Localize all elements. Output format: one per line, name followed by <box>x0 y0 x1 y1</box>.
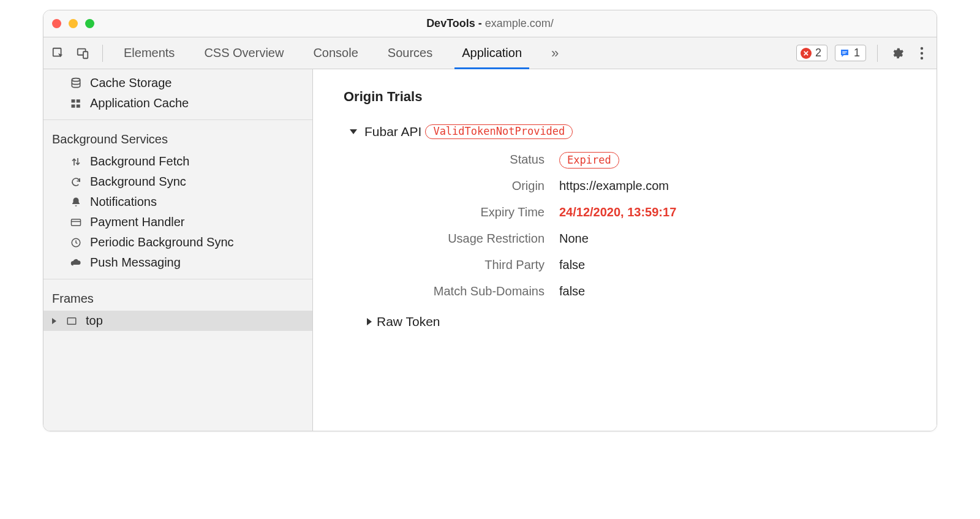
sync-icon <box>69 175 83 189</box>
third-party-label: Third Party <box>375 258 559 272</box>
status-label: Status <box>375 153 559 167</box>
sidebar-item-frame-top[interactable]: top <box>43 311 312 331</box>
tab-application[interactable]: Application <box>458 37 526 69</box>
status-badge: Expired <box>559 152 619 169</box>
tab-label: Console <box>313 46 358 60</box>
svg-point-7 <box>921 56 923 59</box>
usage-label: Usage Restriction <box>375 232 559 246</box>
settings-gear-icon[interactable] <box>889 45 906 62</box>
tab-console[interactable]: Console <box>309 37 361 69</box>
svg-rect-13 <box>72 219 81 225</box>
tab-label: CSS Overview <box>204 46 284 60</box>
expiry-label: Expiry Time <box>375 205 559 219</box>
frame-icon <box>65 314 78 328</box>
toolbar-separator <box>877 45 878 62</box>
sidebar-item-label: Background Fetch <box>90 154 189 169</box>
close-window-button[interactable] <box>52 19 61 28</box>
sidebar-item-label: Payment Handler <box>90 215 185 229</box>
tab-label: Application <box>462 46 522 60</box>
sidebar-item-cache-storage[interactable]: Cache Storage <box>43 73 312 93</box>
svg-rect-12 <box>77 104 80 107</box>
updown-icon <box>69 155 83 169</box>
origin-trial-row[interactable]: Fubar API ValidTokenNotProvided <box>344 124 912 139</box>
raw-token-label: Raw Token <box>377 314 440 329</box>
db-icon <box>69 77 83 90</box>
titlebar: DevTools - example.com/ <box>43 10 937 37</box>
tab-css-overview[interactable]: CSS Overview <box>200 37 287 69</box>
raw-token-row[interactable]: Raw Token <box>344 314 912 329</box>
minimize-window-button[interactable] <box>69 19 78 28</box>
devtools-window: DevTools - example.com/ Elements CSS Ove… <box>43 10 937 431</box>
sidebar-item-application-cache[interactable]: Application Cache <box>43 93 312 113</box>
devtools-toolbar: Elements CSS Overview Console Sources Ap… <box>43 37 937 69</box>
trial-status-badge: ValidTokenNotProvided <box>425 124 573 139</box>
sidebar-item-notifications[interactable]: Notifications <box>43 192 312 212</box>
tab-elements[interactable]: Elements <box>120 37 178 69</box>
usage-value: None <box>559 232 912 246</box>
svg-rect-16 <box>67 317 76 324</box>
window-controls <box>52 19 94 28</box>
panel-body: Cache Storage Application Cache Backgrou… <box>43 69 937 431</box>
disclosure-right-icon <box>367 318 372 325</box>
sidebar-group-background-services: Background Services Background Fetch Bac… <box>43 120 312 279</box>
sidebar-item-label: Cache Storage <box>90 76 172 90</box>
origin-label: Origin <box>375 179 559 193</box>
panel-tabs: Elements CSS Overview Console Sources Ap… <box>120 37 789 69</box>
trial-details-grid: Status Expired Origin https://example.co… <box>375 153 912 298</box>
bell-icon <box>69 195 83 209</box>
messages-count: 1 <box>854 47 860 59</box>
tab-label: Elements <box>124 46 175 60</box>
card-icon <box>69 216 83 229</box>
messages-pill[interactable]: 1 <box>835 45 866 61</box>
more-tabs-button[interactable]: » <box>548 37 562 69</box>
sidebar-item-label: Background Sync <box>90 175 186 189</box>
zoom-window-button[interactable] <box>85 19 94 28</box>
device-toggle-icon[interactable] <box>74 45 91 62</box>
sidebar-item-label: Push Messaging <box>90 256 181 270</box>
match-subdomains-label: Match Sub-Domains <box>375 284 559 298</box>
window-title: DevTools - example.com/ <box>43 17 937 30</box>
sidebar-heading: Background Services <box>43 124 312 151</box>
status-value: Expired <box>559 153 912 167</box>
sidebar-heading: Frames <box>43 283 312 311</box>
sidebar-item-label: Notifications <box>90 195 157 209</box>
sidebar-group-cache: Cache Storage Application Cache <box>43 69 312 120</box>
title-prefix: DevTools - <box>426 17 485 29</box>
disclosure-down-icon <box>350 129 357 134</box>
error-icon <box>801 48 812 59</box>
svg-rect-4 <box>842 53 845 53</box>
chevron-right-icon <box>52 318 56 324</box>
sidebar-item-label: Periodic Background Sync <box>90 235 234 249</box>
sidebar-item-background-sync[interactable]: Background Sync <box>43 172 312 192</box>
errors-pill[interactable]: 2 <box>796 45 827 61</box>
title-suffix: example.com/ <box>485 17 554 29</box>
cloud-icon <box>69 256 83 270</box>
sidebar-item-background-fetch[interactable]: Background Fetch <box>43 151 312 172</box>
svg-point-5 <box>921 47 923 49</box>
svg-point-6 <box>921 51 923 54</box>
toolbar-separator <box>102 45 103 62</box>
trial-name: Fubar API <box>364 124 421 139</box>
main-content: Origin Trials Fubar API ValidTokenNotPro… <box>313 69 937 431</box>
clock-icon <box>69 236 83 249</box>
main-heading: Origin Trials <box>344 89 912 105</box>
sidebar-item-periodic-sync[interactable]: Periodic Background Sync <box>43 232 312 252</box>
svg-point-8 <box>72 78 80 81</box>
expiry-value: 24/12/2020, 13:59:17 <box>559 205 912 219</box>
application-sidebar: Cache Storage Application Cache Backgrou… <box>43 69 313 431</box>
svg-rect-2 <box>83 51 88 58</box>
sidebar-item-label: top <box>86 314 103 328</box>
kebab-menu-icon[interactable] <box>913 45 930 62</box>
match-subdomains-value: false <box>559 284 912 298</box>
grid-icon <box>69 97 83 110</box>
tab-sources[interactable]: Sources <box>384 37 436 69</box>
errors-count: 2 <box>815 47 821 59</box>
sidebar-item-push-messaging[interactable]: Push Messaging <box>43 252 312 273</box>
sidebar-group-frames: Frames top <box>43 279 312 337</box>
svg-rect-9 <box>72 99 75 102</box>
sidebar-item-payment-handler[interactable]: Payment Handler <box>43 212 312 232</box>
inspect-element-icon[interactable] <box>50 45 67 62</box>
svg-rect-3 <box>842 51 847 52</box>
message-icon <box>839 48 850 59</box>
toolbar-right: 2 1 <box>796 45 930 62</box>
